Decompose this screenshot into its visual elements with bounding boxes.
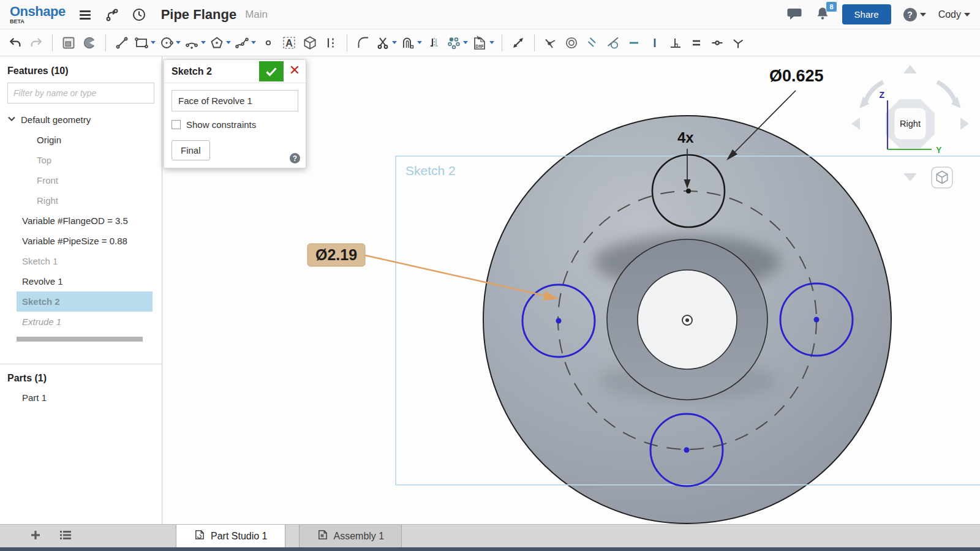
rotate-up-arrow[interactable]: [903, 65, 917, 73]
feature-item[interactable]: Sketch 2: [17, 291, 153, 312]
text-tool-icon[interactable]: A: [279, 32, 300, 54]
revolve-tool-icon[interactable]: [79, 32, 100, 54]
chevron-down-icon[interactable]: [392, 41, 397, 44]
versions-icon[interactable]: [105, 7, 119, 22]
rollback-bar[interactable]: [17, 337, 143, 342]
confirm-button[interactable]: [259, 61, 284, 81]
line-tool-icon[interactable]: [111, 32, 132, 54]
rotate-cw-arrow[interactable]: [937, 82, 956, 103]
part-item[interactable]: Part 1: [0, 388, 162, 408]
status-strip: [0, 547, 980, 551]
view-cube[interactable]: Right Z Y: [851, 65, 969, 181]
default-geometry-group[interactable]: Default geometry: [0, 110, 162, 130]
feature-item[interactable]: Front: [17, 170, 153, 190]
chevron-down-icon[interactable]: [489, 41, 494, 44]
comment-icon[interactable]: [787, 6, 803, 23]
tab-part-studio[interactable]: Part Studio 1: [176, 525, 285, 547]
bolt-hole-right-center[interactable]: [814, 317, 820, 323]
chevron-down-icon[interactable]: [201, 41, 206, 44]
use-project-icon[interactable]: [300, 32, 320, 54]
final-button[interactable]: Final: [172, 140, 210, 160]
chevron-down-icon[interactable]: [251, 41, 256, 44]
onshape-logo[interactable]: Onshape BETA: [10, 5, 66, 24]
isometric-view-button[interactable]: [932, 167, 952, 188]
undo-icon[interactable]: [5, 32, 26, 54]
trim-tool-icon[interactable]: [374, 32, 399, 54]
history-icon[interactable]: [132, 7, 146, 22]
rectangle-tool-icon[interactable]: [132, 32, 157, 54]
tab-manager-icon[interactable]: [59, 529, 72, 544]
polygon-tool-icon[interactable]: [208, 32, 233, 54]
sketch-plane-field[interactable]: Face of Revolve 1: [172, 90, 298, 111]
toolbar-separator: [52, 34, 53, 51]
feature-item[interactable]: Variable #PipeSize = 0.88: [17, 231, 153, 251]
parallel-constraint-icon[interactable]: [582, 32, 603, 54]
svg-text:A: A: [285, 37, 293, 48]
notifications-bell-icon[interactable]: 8: [815, 6, 830, 23]
workspace-name[interactable]: Main: [245, 9, 268, 21]
dialog-title: Sketch 2: [172, 66, 259, 77]
feature-item[interactable]: Extrude 1: [17, 312, 153, 332]
new-tab-button[interactable]: [29, 529, 42, 544]
pierce-constraint-icon[interactable]: [728, 32, 748, 54]
user-menu[interactable]: Cody: [938, 9, 970, 20]
feature-item[interactable]: Sketch 1: [17, 251, 153, 271]
features-list: OriginTopFrontRightVariable #FlangeOD = …: [0, 130, 162, 332]
feature-item[interactable]: Right: [17, 190, 153, 211]
chevron-down-icon[interactable]: [226, 41, 231, 44]
feature-filter-input[interactable]: [7, 83, 154, 103]
sketch-toolbar: A DXF: [0, 29, 980, 56]
dimension-tool-icon[interactable]: [508, 32, 529, 54]
midpoint-constraint-icon[interactable]: [707, 32, 728, 54]
bolt-hole-bottom-center[interactable]: [684, 448, 690, 453]
construction-icon[interactable]: [320, 32, 341, 54]
feature-item[interactable]: Revolve 1: [17, 271, 153, 291]
point-tool-icon[interactable]: [258, 32, 279, 54]
arc-tool-icon[interactable]: [183, 32, 208, 54]
origin-marker[interactable]: [682, 315, 692, 325]
tab-assembly[interactable]: Assembly 1: [299, 525, 402, 547]
equal-constraint-icon[interactable]: [686, 32, 707, 54]
rotate-right-arrow[interactable]: [960, 118, 969, 130]
redo-icon[interactable]: [26, 32, 47, 54]
chevron-down-icon[interactable]: [151, 41, 156, 44]
chevron-down-icon[interactable]: [7, 114, 16, 125]
feature-item[interactable]: Origin: [17, 130, 153, 150]
main-menu-icon[interactable]: [78, 7, 92, 22]
bolt-circle-diameter-value[interactable]: Ø2.19: [315, 246, 357, 263]
circle-tool-icon[interactable]: [157, 32, 183, 54]
coincident-constraint-icon[interactable]: [540, 32, 561, 54]
sketch-tool-icon[interactable]: [58, 32, 79, 54]
dialog-help-icon[interactable]: ?: [290, 153, 300, 163]
part-studio-icon: [194, 529, 205, 543]
chevron-down-icon: [964, 13, 970, 17]
fillet-tool-icon[interactable]: [353, 32, 374, 54]
feature-panel: Features (10) Default geometry OriginTop…: [0, 56, 162, 524]
hole-count-value[interactable]: 4x: [677, 129, 694, 146]
spline-tool-icon[interactable]: [233, 32, 258, 54]
perpendicular-constraint-icon[interactable]: [665, 32, 686, 54]
concentric-constraint-icon[interactable]: [561, 32, 582, 54]
feature-item[interactable]: Top: [17, 150, 153, 170]
bolt-hole-left-center[interactable]: [556, 318, 562, 324]
tab-label: Assembly 1: [334, 531, 385, 542]
chevron-down-icon[interactable]: [417, 41, 422, 44]
show-constraints-checkbox[interactable]: [172, 120, 181, 129]
mirror-tool-icon[interactable]: [424, 32, 445, 54]
rotate-left-arrow[interactable]: [851, 118, 860, 130]
rotate-down-arrow[interactable]: [903, 173, 917, 181]
horizontal-constraint-icon[interactable]: [624, 32, 644, 54]
insert-dxf-icon[interactable]: DXF: [470, 32, 496, 54]
help-menu[interactable]: ?: [903, 8, 926, 21]
chevron-down-icon[interactable]: [176, 41, 181, 44]
hole-diameter-value[interactable]: Ø0.625: [769, 67, 824, 85]
chevron-down-icon[interactable]: [463, 41, 468, 44]
cancel-button[interactable]: ✕: [284, 61, 306, 81]
circular-pattern-icon[interactable]: [445, 32, 470, 54]
bolt-hole-top-center[interactable]: [686, 189, 691, 193]
vertical-constraint-icon[interactable]: [644, 32, 665, 54]
feature-item[interactable]: Variable #FlangeOD = 3.5: [17, 211, 153, 231]
tangent-constraint-icon[interactable]: [603, 32, 624, 54]
share-button[interactable]: Share: [842, 4, 891, 24]
offset-tool-icon[interactable]: [399, 32, 424, 54]
